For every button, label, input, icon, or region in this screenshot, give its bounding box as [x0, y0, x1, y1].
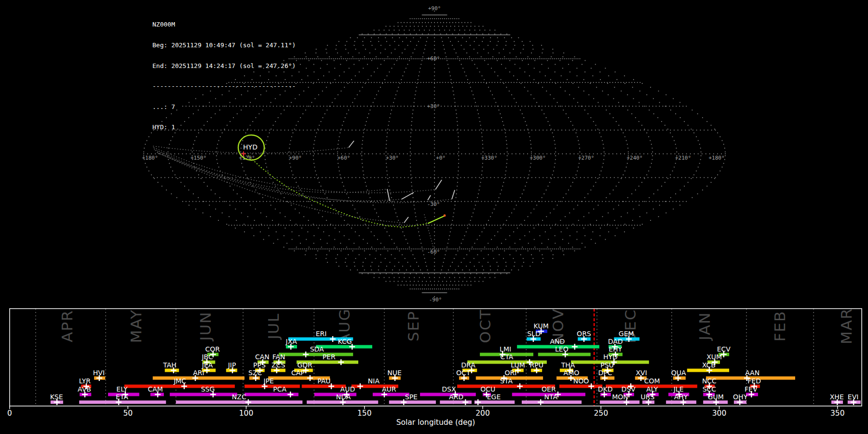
sporadic-trail-extension — [154, 149, 387, 192]
observation-end: End: 20251129 14:24:17 (sol = 247.26°) — [152, 63, 296, 69]
sporadic-count: ...: 7 — [152, 104, 296, 110]
shower-code-label-xcb: XCB — [702, 361, 716, 369]
activity-bar-spe — [389, 401, 436, 404]
shower-code-label-nda: NDA — [336, 393, 351, 401]
shower-code-label-avb: AVB — [78, 385, 91, 393]
shower-code-label-jle: JLE — [673, 385, 684, 393]
peak-cross-noo — [588, 383, 594, 389]
shower-code-label-nue: NUE — [387, 369, 402, 377]
peak-cross-eri — [330, 336, 336, 342]
x-axis-tick-label: 100 — [239, 409, 254, 418]
map-label-latitude: -60° — [427, 249, 440, 255]
shower-code-label-dra: DRA — [461, 361, 475, 369]
sporadic-meteor-trail — [452, 190, 455, 199]
shower-meteor-trail — [428, 216, 444, 223]
shower-code-label-ncc: NCC — [702, 377, 717, 385]
shower-code-label-pau: PAU — [317, 377, 330, 385]
shower-code-label-sta: STA — [500, 377, 513, 385]
shower-code-label-ely: ELY — [116, 385, 128, 393]
shower-code-label-mon: MON — [612, 393, 628, 401]
activity-bar-mon — [600, 401, 639, 404]
shower-code-label-dad: DAD — [608, 338, 623, 345]
map-label-longitude: +30° — [386, 155, 399, 161]
sporadic-meteor-trail — [404, 217, 408, 223]
shower-code-label-ocu: OCU — [480, 385, 495, 393]
shower-code-label-leo: LEO — [555, 345, 569, 353]
x-axis-tick-label: 150 — [357, 409, 372, 418]
shower-code-label-ohy: OHY — [733, 393, 748, 401]
sporadic-meteor-trail — [402, 192, 414, 199]
map-label-south-pole: -90° — [429, 297, 442, 303]
shower-code-label-ari: ARI — [193, 369, 204, 377]
month-label-jul: JUL — [265, 312, 282, 340]
shower-code-label-cam: CAM — [148, 385, 163, 393]
shower-code-label-pca: PCA — [273, 385, 286, 393]
map-label-longitude: +180° — [708, 155, 724, 161]
map-label-longitude: +270° — [578, 155, 594, 161]
activity-bar-noo — [559, 385, 602, 388]
activity-bar-ssg — [170, 393, 237, 396]
shower-code-label-aly: ALY — [646, 385, 658, 393]
peak-cross-per — [338, 359, 344, 365]
shower-code-label-amo: AMO — [564, 369, 580, 377]
map-label-north-pole: +90° — [428, 5, 441, 12]
peak-cross-cap — [307, 375, 313, 381]
shower-code-label-cap: CAP — [291, 369, 305, 377]
month-label-mar: MAR — [838, 308, 855, 344]
map-label-longitude: +210° — [675, 155, 691, 161]
shower-code-label-dsv: DSV — [622, 385, 636, 393]
shower-code-label-urs: URS — [640, 393, 654, 401]
shower-code-label-sda: SDA — [310, 345, 324, 353]
observation-info: NZ000M Beg: 20251129 10:49:47 (sol = 247… — [152, 8, 296, 145]
activity-bar-sta — [457, 385, 555, 388]
meteor-head-dot — [444, 215, 446, 217]
activity-bar-pau — [302, 385, 346, 388]
sporadic-meteor-trail — [435, 180, 442, 190]
shower-code-label-tha: THA — [561, 361, 575, 369]
shower-code-label-nia: NIA — [368, 377, 380, 385]
map-label-longitude: +60° — [338, 155, 351, 161]
shower-code-label-dkd: DKD — [598, 385, 613, 393]
shower-code-label-dsx: DSX — [442, 385, 456, 393]
activity-bar-aur — [373, 393, 409, 396]
activity-bar-jpe — [244, 385, 300, 388]
shower-code-label-pps: PPS — [253, 361, 266, 369]
activity-bar-kcg — [316, 345, 372, 349]
x-axis-tick-label: 50 — [123, 409, 133, 418]
map-label-latitude: -30° — [427, 201, 440, 207]
shower-code-label-lyr: LYR — [79, 377, 91, 385]
shower-code-label-lmi: LMI — [500, 345, 511, 353]
shower-code-label-jea: JEA — [202, 361, 213, 369]
radiant-activity-plot: +90°-90°+60°+30°-30°-60°+180°+150°+120°+… — [0, 0, 868, 434]
peak-cross-sda — [303, 352, 309, 357]
shower-code-label-and: AND — [550, 338, 565, 345]
shower-code-label-fev: FEV — [745, 385, 758, 393]
shower-code-label-zcs: ZCS — [271, 361, 285, 369]
shower-code-label-gdr: GDR — [297, 361, 312, 369]
map-label-longitude: +90° — [289, 155, 302, 161]
shower-code-label-nta: NTA — [544, 393, 558, 401]
shower-code-label-jip: JIP — [228, 361, 236, 369]
peak-cross-and — [572, 344, 578, 350]
shower-code-label-per: PER — [323, 353, 336, 361]
shower-code-label-psu: PSU — [600, 361, 614, 369]
shower-code-label-szc: SZC — [248, 369, 262, 377]
x-axis-tick-label: 350 — [830, 409, 845, 418]
shower-code-label-ssg: SSG — [201, 385, 215, 393]
x-axis-tick-label: 250 — [594, 409, 608, 418]
shower-code-label-jxa: JXA — [285, 338, 298, 345]
shower-code-label-gem: GEM — [619, 330, 634, 338]
shower-code-label-ehy: EHY — [609, 345, 622, 353]
shower-code-label-com: COM — [644, 377, 660, 385]
map-label-longitude: +180° — [142, 155, 158, 161]
shower-code-label-evi: EVI — [848, 393, 859, 401]
peak-cross-nta — [538, 399, 543, 405]
shower-code-label-hyd: HYD — [603, 353, 618, 361]
activity-bar-jmc — [124, 385, 235, 388]
shower-code-label-xvi: XVI — [636, 369, 647, 377]
sporadic-meteor-trail — [428, 195, 431, 200]
map-label-longitude: +0° — [436, 155, 446, 161]
shower-code-label-oer: OER — [542, 385, 556, 393]
peak-cross-ege — [475, 399, 481, 405]
x-axis-tick-label: 200 — [475, 409, 490, 418]
